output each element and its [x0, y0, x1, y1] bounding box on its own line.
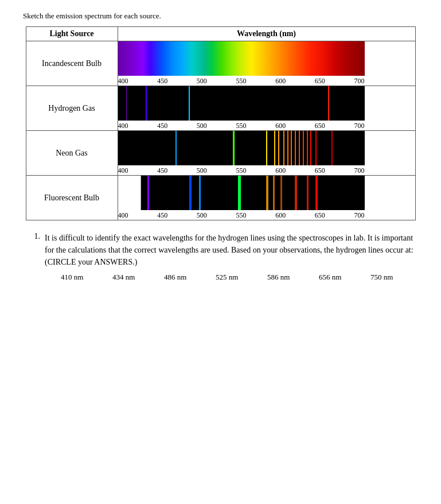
wavelength-option-410nm: 410 nm [61, 273, 112, 282]
neon-line-634 [310, 131, 311, 165]
table-row: Hydrogen Gas 400 450 [26, 86, 415, 131]
neon-line-630 [307, 131, 308, 165]
source-label: Fluorescent Bulb [26, 176, 118, 220]
neon-line-600 [283, 131, 284, 165]
fluorescent-line-640 [315, 176, 318, 210]
wavelength-labels: 400 450 500 550 600 650 700 [118, 210, 365, 220]
neon-line-470 [175, 131, 177, 165]
neon-line-610 [291, 131, 292, 165]
fluorescent-line-500 [199, 176, 201, 210]
fluorescent-white-block [118, 176, 141, 210]
source-label: Hydrogen Gas [26, 86, 118, 131]
fluorescent-line-630 [307, 176, 309, 210]
source-label: Neon Gas [26, 131, 118, 176]
instruction-text: Sketch the emission spectrum for each so… [23, 11, 418, 21]
neon-line-540 [233, 131, 235, 165]
neon-line-625 [303, 131, 304, 165]
neon-line-620 [299, 131, 300, 165]
spectrum-cell-incandescent: 400 450 500 550 600 650 700 [118, 41, 415, 86]
wavelength-option-486nm: 486 nm [164, 273, 216, 282]
question-number: 1. [29, 232, 40, 282]
hydrogen-line-656 [328, 86, 329, 121]
wavelength-option-434nm: 434 nm [112, 273, 164, 282]
neon-line-590 [274, 131, 275, 165]
col1-header: Light Source [26, 27, 118, 41]
neon-line-640 [315, 131, 317, 165]
spectrum-container: 400 450 500 550 600 650 700 [118, 86, 365, 130]
wavelength-option-750nm: 750 nm [370, 273, 422, 282]
wavelength-option-656nm: 656 nm [319, 273, 370, 282]
source-label: Incandescent Bulb [26, 41, 118, 86]
hydrogen-line-486 [189, 86, 190, 121]
neon-line-595 [278, 131, 279, 165]
hydrogen-line-410 [126, 86, 127, 121]
question-1: 1. It is difficult to identify the exact… [29, 232, 412, 282]
spectrum-container: 400 450 500 550 600 650 700 [118, 41, 365, 86]
table-row: Fluorescent Bulb [26, 176, 415, 220]
question-text: It is difficult to identify the exact wa… [45, 234, 415, 266]
fluorescent-line-436 [147, 176, 149, 210]
wavelength-option-525nm: 525 nm [216, 273, 267, 282]
spectrum-cell-fluorescent: 400 450 500 550 600 650 700 [118, 176, 415, 220]
fluorescent-line-546 [238, 176, 241, 210]
wavelength-labels: 400 450 500 550 600 650 700 [118, 76, 365, 86]
fluorescent-line-487 [189, 176, 192, 210]
questions-section: 1. It is difficult to identify the exact… [23, 232, 418, 282]
spectrum-container: 400 450 500 550 600 650 700 [118, 176, 365, 220]
wavelength-options: 410 nm 434 nm 486 nm 525 nm 586 nm 656 n… [45, 273, 422, 282]
wavelength-option-586nm: 586 nm [267, 273, 319, 282]
neon-line-580 [266, 131, 268, 165]
fluorescent-line-590 [273, 176, 275, 210]
fluorescent-line-580 [266, 176, 268, 210]
hydrogen-line-434 [146, 86, 147, 121]
table-row: Incandescent Bulb 400 450 500 550 600 65… [26, 41, 415, 86]
wavelength-labels: 400 450 500 550 600 650 700 [118, 121, 365, 130]
spectrum-cell-hydrogen: 400 450 500 550 600 650 700 [118, 86, 415, 131]
neon-line-606 [287, 131, 288, 165]
neon-spectrum-bar [118, 131, 365, 165]
fluorescent-line-615 [295, 176, 297, 210]
fluorescent-spectrum-bar [118, 176, 365, 210]
spectrum-cell-neon: 400 450 500 550 600 650 700 [118, 131, 415, 176]
fluorescent-line-600 [280, 176, 282, 210]
wavelength-labels: 400 450 500 550 600 650 700 [118, 165, 365, 175]
spectrum-table: Light Source Wavelength (nm) Incandescen… [26, 26, 416, 220]
neon-line-615 [295, 131, 296, 165]
incandescent-spectrum-bar [118, 41, 365, 76]
spectrum-container: 400 450 500 550 600 650 700 [118, 131, 365, 175]
col2-header: Wavelength (nm) [118, 27, 415, 41]
hydrogen-spectrum-bar [118, 86, 365, 121]
table-row: Neon Gas [26, 131, 415, 176]
neon-line-660 [331, 131, 333, 165]
